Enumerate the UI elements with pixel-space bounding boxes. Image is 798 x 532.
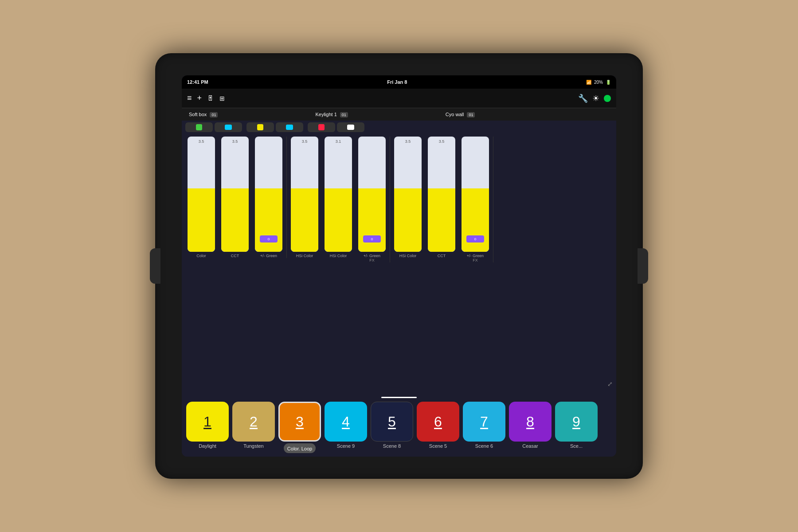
scene-number-1: 1	[203, 415, 211, 429]
scene-wrapper-6: 6 Scene 5	[417, 402, 459, 453]
channel-buttons-row	[182, 121, 616, 135]
fader-handle-cyo-green[interactable]: 0	[466, 235, 484, 243]
menu-icon[interactable]: ≡	[187, 94, 192, 103]
screen: 12:41 PM Fri Jan 8 📶 20% 🔋 ≡ + 🎚 ⊞ 🔧 ☀	[182, 75, 616, 457]
sun-icon[interactable]: ☀	[592, 94, 599, 103]
add-icon[interactable]: +	[197, 94, 202, 103]
scene-btn-2[interactable]: 2	[232, 402, 275, 442]
fader-handle-softbox-green[interactable]: 0	[260, 235, 278, 243]
scene-wrapper-8: 8 Ceasar	[509, 402, 552, 453]
wifi-icon: 📶	[586, 80, 591, 85]
scene-wrapper-4: 4 Scene 9	[325, 402, 367, 453]
fader-handle-text-keylight-green: 0	[371, 237, 373, 241]
fader-fill-keylight-hsi2	[325, 188, 352, 252]
fader-fill-keylight-hsi1	[291, 188, 318, 252]
fader-value-keylight-hsi1: 3.5	[291, 139, 318, 144]
fader-track-softbox-color[interactable]: 3.5	[188, 137, 215, 252]
toolbar-right: 🔧 ☀	[578, 94, 611, 103]
fader-area: 3.5 Color 3.5 CCT	[182, 121, 616, 393]
fader-track-cyo-cct[interactable]: 3.5	[428, 137, 455, 252]
fader-track-softbox-green[interactable]: 0	[255, 137, 282, 252]
toolbar-left: ≡ + 🎚 ⊞	[187, 94, 225, 103]
scene-btn-7[interactable]: 7	[463, 402, 505, 442]
scene-btn-1[interactable]: 1	[186, 402, 229, 442]
status-bar: 12:41 PM Fri Jan 8 📶 20% 🔋	[182, 75, 616, 89]
cyowall-badge: 01	[467, 112, 475, 117]
fader-track-cyo-green[interactable]: 0	[462, 137, 489, 252]
fader-value-softbox-color: 3.5	[188, 139, 215, 144]
scene-number-3: 3	[296, 415, 304, 429]
fader-track-keylight-hsi2[interactable]: 3.1	[325, 137, 352, 252]
scene-number-2: 2	[250, 415, 258, 429]
fader-fill-cyo-cct	[428, 188, 455, 252]
scene-wrapper-3: 3 Color. Loop	[278, 402, 321, 453]
scene-name-4: Scene 9	[337, 443, 355, 449]
scene-name-9: Sce...	[570, 443, 583, 449]
fx-label-cyo: FX	[459, 258, 491, 262]
fader-track-cyo-hsi1[interactable]: 3.5	[394, 137, 422, 252]
mixer-icon[interactable]: 🎚	[207, 94, 214, 102]
fader-softbox-green: 0 +/- Green	[253, 137, 285, 258]
scenes-divider	[381, 397, 417, 398]
scenes-row: 1 Daylight 2 Tungsten 3	[186, 402, 612, 453]
status-right: 📶 20% 🔋	[586, 80, 611, 85]
group-label-softbox: Soft box 01	[189, 112, 218, 117]
fader-handle-text-softbox-green: 0	[268, 237, 270, 241]
scene-btn-6[interactable]: 6	[417, 402, 459, 442]
scene-btn-9[interactable]: 9	[555, 402, 598, 442]
resize-icon[interactable]: ⤢	[607, 380, 613, 387]
fader-keylight-hsi1: 3.5 HSi Color	[289, 137, 321, 262]
group-label-cyowall: Cyo wall 01	[446, 112, 475, 117]
fader-label-softbox-color: Color	[196, 254, 206, 258]
scene-wrapper-9: 9 Sce...	[555, 402, 598, 453]
status-date: Fri Jan 8	[387, 79, 407, 85]
scene-name-2: Tungsten	[243, 443, 263, 449]
scene-name-8: Ceasar	[522, 443, 538, 449]
fader-fill-yellow	[188, 188, 215, 252]
fader-keylight-green: 0 +/- Green FX	[356, 137, 388, 262]
fader-value-softbox-cct: 3.5	[221, 139, 249, 144]
fader-group-keylight: 3.5 HSi Color 3.1 HSi Color	[289, 137, 390, 262]
scene-btn-3[interactable]: 3	[278, 402, 321, 442]
scene-btn-4[interactable]: 4	[325, 402, 367, 442]
fader-label-keylight-hsi2: HSi Color	[330, 254, 347, 258]
keylight-ch2-btn[interactable]	[276, 122, 303, 132]
cyowall-ch2-btn[interactable]	[337, 122, 364, 132]
scenes-area: 1 Daylight 2 Tungsten 3	[182, 393, 616, 457]
fader-handle-keylight-green[interactable]: 0	[363, 235, 381, 243]
fader-track-softbox-cct[interactable]: 3.5	[221, 137, 249, 252]
scene-name-6: Scene 5	[429, 443, 447, 449]
scene-btn-8[interactable]: 8	[509, 402, 552, 442]
scene-btn-5[interactable]: 5	[371, 402, 413, 442]
scene-number-6: 6	[434, 415, 442, 429]
fader-fill-softbox-cct	[221, 188, 249, 252]
fader-value-cyo-cct: 3.5	[428, 139, 455, 144]
keylight-ch1-btn[interactable]	[246, 122, 274, 132]
grid-icon[interactable]: ⊞	[219, 95, 225, 102]
fader-keylight-hsi2: 3.1 HSi Color	[322, 137, 354, 262]
scene-number-7: 7	[480, 415, 488, 429]
fader-fill-cyo-hsi1	[394, 188, 422, 252]
battery-percent: 20%	[594, 80, 603, 85]
scene-wrapper-2: 2 Tungsten	[232, 402, 275, 453]
fader-handle-text-cyo-green: 0	[474, 237, 476, 241]
fader-track-keylight-green[interactable]: 0	[358, 137, 386, 252]
fader-track-keylight-hsi1[interactable]: 3.5	[291, 137, 318, 252]
softbox-ch1-btn[interactable]	[185, 122, 213, 132]
group-label-keylight: Keylight 1 01	[315, 112, 348, 117]
cyowall-ch1-btn[interactable]	[308, 122, 335, 132]
fx-label-keylight: FX	[356, 258, 388, 262]
fader-cyo-hsi1: 3.5 HSi Color	[392, 137, 424, 262]
fader-softbox-color: 3.5 Color	[185, 137, 217, 258]
scene-name-3: Color. Loop	[287, 446, 312, 451]
wrench-icon[interactable]: 🔧	[578, 94, 588, 103]
fader-softbox-cct: 3.5 CCT	[219, 137, 251, 258]
scene-number-8: 8	[526, 415, 534, 429]
fader-label-softbox-green: +/- Green	[260, 254, 277, 258]
status-green-dot	[604, 95, 611, 102]
softbox-ch2-btn[interactable]	[215, 122, 242, 132]
fader-cyo-green: 0 +/- Green FX	[459, 137, 491, 262]
fader-group-softbox: 3.5 Color 3.5 CCT	[185, 137, 287, 258]
scene-name-1: Daylight	[199, 443, 216, 449]
fader-label-softbox-cct: CCT	[231, 254, 239, 258]
